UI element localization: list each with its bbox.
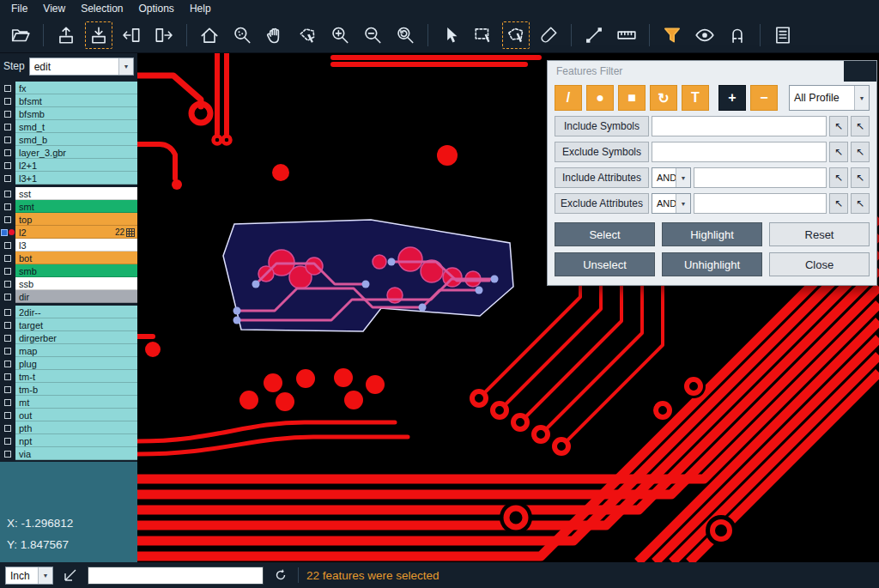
checkbox-icon[interactable]	[4, 399, 11, 406]
checkbox-icon[interactable]	[4, 348, 11, 355]
chevron-down-icon[interactable]: ▼	[676, 168, 690, 187]
layer-name[interactable]: via	[15, 447, 137, 460]
checkbox-icon[interactable]	[4, 175, 11, 182]
layer-visibility-checkbox[interactable]	[0, 421, 15, 434]
layer-row-bfsmt[interactable]: bfsmt	[0, 94, 137, 107]
checkbox-icon[interactable]	[4, 124, 11, 130]
layer-row-npt[interactable]: npt	[0, 434, 137, 447]
layer-name[interactable]: l3	[15, 239, 137, 252]
set-square-icon[interactable]	[61, 566, 80, 585]
layer-row-bot[interactable]: bot	[0, 252, 137, 264]
layer-name[interactable]: 2dir--	[15, 306, 137, 318]
layer-row-l3+1[interactable]: l3+1	[0, 172, 137, 185]
layer-visibility-checkbox[interactable]	[0, 383, 15, 396]
layer-name[interactable]: npt	[15, 434, 137, 447]
layer-row-l3[interactable]: l3	[0, 239, 137, 252]
chevron-down-icon[interactable]: ▼	[38, 567, 52, 584]
checkbox-icon[interactable]	[4, 373, 11, 380]
layer-name[interactable]: tm-t	[15, 370, 137, 383]
checkbox-icon[interactable]	[4, 268, 11, 275]
menu-selection[interactable]: Selection	[73, 1, 130, 16]
layer-name[interactable]: dir	[15, 290, 137, 303]
layer-name[interactable]: bot	[15, 252, 137, 264]
select-button[interactable]: Select	[555, 222, 655, 246]
layer-name[interactable]: smd_t	[15, 120, 137, 133]
chevron-down-icon[interactable]: ▼	[854, 86, 869, 110]
layer-visibility-checkbox[interactable]	[0, 290, 15, 303]
layer-visibility-checkbox[interactable]	[0, 172, 15, 185]
layer-name[interactable]: fx	[15, 82, 137, 94]
checkbox-icon[interactable]	[4, 98, 11, 105]
close-button[interactable]: Close	[769, 252, 870, 276]
selection-highlight[interactable]	[223, 220, 513, 331]
layer-visibility-checkbox[interactable]	[0, 226, 15, 239]
checkbox-icon[interactable]	[1, 229, 8, 236]
layer-row-dirgerber[interactable]: dirgerber	[0, 331, 137, 344]
filter-pad-button[interactable]: ●	[586, 85, 614, 111]
layer-name[interactable]: plug	[15, 357, 137, 370]
step-select[interactable]: edit ▼	[29, 58, 134, 76]
include-attributes-button[interactable]: Include Attributes	[555, 167, 649, 188]
include-symbols-button[interactable]: Include Symbols	[555, 116, 649, 136]
checkbox-icon[interactable]	[4, 425, 11, 432]
layer-row-plug[interactable]: plug	[0, 357, 137, 370]
filter-line-button[interactable]: /	[555, 85, 582, 111]
checkbox-icon[interactable]	[4, 386, 11, 393]
layer-row-target[interactable]: target	[0, 318, 137, 331]
checkbox-icon[interactable]	[4, 335, 11, 342]
zoom-area-icon[interactable]	[228, 21, 256, 49]
filter-arc-button[interactable]: ↻	[650, 85, 677, 111]
highlight-button[interactable]: Highlight	[662, 222, 762, 246]
checkbox-icon[interactable]	[4, 294, 11, 300]
select-polygon-icon[interactable]	[502, 21, 530, 49]
layer-row-layer_3.gbr[interactable]: layer_3.gbr	[0, 146, 137, 159]
exclude-symbols-input[interactable]	[652, 142, 827, 162]
layer-name[interactable]: tm-b	[15, 383, 137, 396]
layer-name[interactable]: bfsmb	[15, 107, 137, 120]
dialog-menu-button[interactable]	[844, 61, 876, 82]
ruler-icon[interactable]	[613, 21, 640, 49]
zoom-out-icon[interactable]	[359, 21, 386, 49]
reset-button[interactable]: Reset	[769, 222, 870, 246]
layer-visibility-checkbox[interactable]	[0, 252, 15, 264]
pick-symbol-icon[interactable]: ↖	[829, 142, 848, 162]
filter-add-button[interactable]: +	[718, 85, 746, 111]
layer-visibility-checkbox[interactable]	[0, 344, 15, 357]
page-right-icon[interactable]	[150, 21, 178, 49]
brush-icon[interactable]	[535, 21, 562, 49]
checkbox-icon[interactable]	[4, 255, 11, 262]
exclude-symbols-button[interactable]: Exclude Symbols	[555, 142, 649, 162]
checkbox-icon[interactable]	[4, 242, 11, 249]
menu-view[interactable]: View	[35, 1, 73, 16]
checkbox-icon[interactable]	[4, 281, 11, 288]
layer-row-top[interactable]: top	[0, 213, 137, 226]
home-icon[interactable]	[196, 21, 223, 49]
unselect-button[interactable]: Unselect	[555, 252, 655, 276]
refresh-icon[interactable]	[271, 566, 290, 585]
checkbox-icon[interactable]	[4, 136, 11, 143]
layer-visibility-checkbox[interactable]	[0, 277, 15, 290]
export-up-icon[interactable]	[52, 21, 80, 49]
unit-select[interactable]: Inch ▼	[5, 567, 53, 585]
layer-visibility-checkbox[interactable]	[0, 200, 15, 213]
layer-name[interactable]: l3+1	[15, 172, 137, 185]
filter-surface-button[interactable]: ■	[618, 85, 646, 111]
menu-help[interactable]: Help	[182, 1, 219, 16]
exclude-attributes-input[interactable]	[694, 193, 827, 214]
layer-row-mt[interactable]: mt	[0, 396, 137, 409]
layer-name[interactable]: smt	[15, 200, 137, 213]
pick-symbol-add-icon[interactable]: ↖	[851, 116, 870, 136]
layer-visibility-checkbox[interactable]	[0, 133, 15, 146]
layer-row-tm-t[interactable]: tm-t	[0, 370, 137, 383]
layer-visibility-checkbox[interactable]	[0, 239, 15, 252]
filter-remove-button[interactable]: −	[750, 85, 778, 111]
checkbox-icon[interactable]	[4, 85, 11, 92]
pick-attribute-add-icon[interactable]: ↖	[851, 167, 870, 188]
checkbox-icon[interactable]	[4, 412, 11, 419]
layer-row-l2[interactable]: l222	[0, 226, 137, 239]
pick-attribute-icon[interactable]: ↖	[829, 193, 848, 214]
layer-row-smt[interactable]: smt	[0, 200, 137, 213]
layer-visibility-checkbox[interactable]	[0, 213, 15, 226]
layer-row-2dir--[interactable]: 2dir--	[0, 306, 137, 318]
layer-row-map[interactable]: map	[0, 344, 137, 357]
